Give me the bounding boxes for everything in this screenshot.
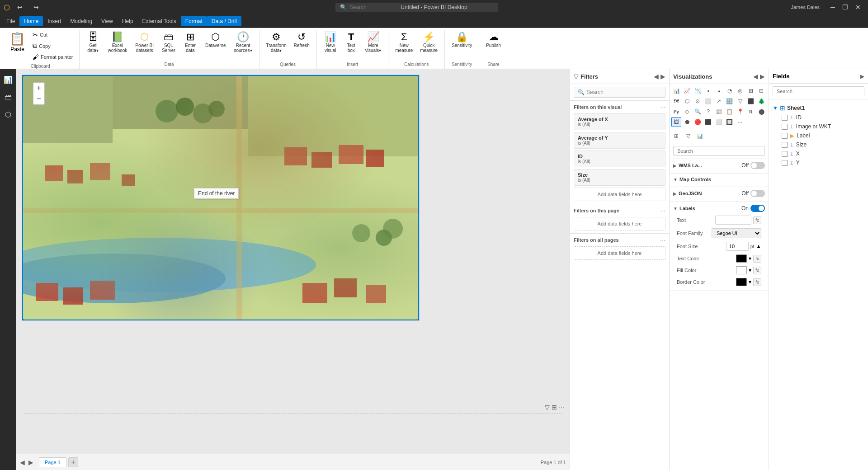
menu-modeling[interactable]: Modeling: [66, 16, 97, 26]
dataverse-button[interactable]: ⬡ Dataverse: [202, 30, 229, 50]
border-color-dropdown[interactable]: ▾: [749, 279, 751, 285]
add-fields-page-button[interactable]: Add data fields here: [574, 217, 665, 230]
fill-color-fx-button[interactable]: fx: [753, 267, 761, 274]
filters-page-more[interactable]: ···: [660, 207, 665, 214]
viz-wms-header[interactable]: ▶ WMS La... Off: [673, 162, 765, 169]
filter-size[interactable]: Size is (All): [574, 169, 665, 186]
powerbi-datasets-button[interactable]: ⬡ Power BIdatasets: [132, 30, 157, 55]
quick-measure-button[interactable]: ⚡ Quickmeasure: [417, 30, 441, 55]
fields-search-input[interactable]: [773, 86, 864, 96]
menu-help[interactable]: Help: [118, 16, 138, 26]
add-fields-all-button[interactable]: Add data fields here: [574, 246, 665, 260]
field-label-checkbox[interactable]: [782, 133, 788, 139]
field-x-item[interactable]: Σ X: [773, 149, 864, 158]
page-prev-button[interactable]: ◀: [20, 459, 25, 466]
page-next-button[interactable]: ▶: [28, 459, 33, 466]
viz-icon-py[interactable]: Py: [671, 107, 681, 117]
menu-external-tools[interactable]: External Tools: [138, 16, 181, 26]
filters-scroll[interactable]: Filters on this visual ··· Average of X …: [570, 101, 669, 470]
viz-icon-narrative[interactable]: 📰: [714, 107, 724, 117]
viz-icon-active[interactable]: 🖼: [671, 117, 681, 127]
viz-icon-slicer[interactable]: 🔡: [725, 96, 735, 106]
sidebar-icon-report[interactable]: 📊: [1, 73, 15, 87]
viz-icon-column[interactable]: ▪: [703, 86, 713, 96]
viz-tab-icon-table[interactable]: ⊞: [671, 131, 681, 141]
viz-icon-hex[interactable]: ⬟: [682, 117, 692, 127]
viz-icon-filled-map[interactable]: ⬡: [682, 96, 692, 106]
resize-handle-br[interactable]: [417, 319, 420, 321]
font-size-input[interactable]: [726, 242, 749, 251]
get-data-button[interactable]: 🗄 Getdata▾: [83, 30, 103, 55]
viz-icon-pie[interactable]: ◔: [725, 86, 735, 96]
labels-toggle-switch[interactable]: [750, 205, 765, 212]
map-visual[interactable]: + − End of the river: [22, 75, 420, 321]
geojson-toggle-switch[interactable]: [750, 190, 765, 197]
viz-icon-square[interactable]: ⬛: [703, 117, 713, 127]
menu-home[interactable]: Home: [19, 16, 43, 26]
add-page-button[interactable]: +: [68, 457, 78, 467]
text-input[interactable]: [715, 216, 751, 225]
enter-data-button[interactable]: ⊞ Enterdata: [180, 30, 200, 55]
filters-expand-icon[interactable]: ▶: [660, 73, 665, 80]
text-fx-button[interactable]: fx: [753, 216, 761, 224]
border-color-fx-button[interactable]: fx: [753, 278, 761, 286]
viz-labels-header[interactable]: ▼ Labels On: [673, 205, 765, 212]
viz-icon-map[interactable]: 🗺: [671, 96, 681, 106]
page-tab-1[interactable]: Page 1: [39, 457, 66, 467]
viz-icon-azure-map[interactable]: 📍: [735, 107, 745, 117]
viz-icon-circle[interactable]: 🔴: [693, 117, 703, 127]
filters-all-more[interactable]: ···: [660, 236, 665, 244]
filters-collapse-icon[interactable]: ◀: [654, 73, 659, 80]
copy-button[interactable]: ⧉ Copy: [30, 41, 75, 51]
text-box-button[interactable]: T Textbox: [341, 30, 361, 55]
field-size-item[interactable]: Σ Size: [773, 140, 864, 149]
border-color-swatch[interactable]: [736, 278, 747, 286]
paste-button[interactable]: 📋 Paste: [5, 30, 29, 54]
viz-icon-custom1[interactable]: ⬤: [756, 107, 766, 117]
fields-expand-icon[interactable]: ▶: [860, 73, 864, 80]
menu-insert[interactable]: Insert: [43, 16, 66, 26]
text-color-dropdown[interactable]: ▾: [749, 255, 751, 262]
viz-icon-smart[interactable]: 🔍: [693, 107, 703, 117]
menu-format[interactable]: Format: [181, 16, 207, 26]
filter-avg-x[interactable]: Average of X is (All): [574, 113, 665, 130]
more-visuals-button[interactable]: 📈 Morevisuals▾: [362, 30, 385, 55]
recent-sources-button[interactable]: 🕐 Recentsources▾: [231, 30, 255, 55]
resize-handle-bl[interactable]: [22, 319, 24, 321]
menu-file[interactable]: File: [2, 16, 19, 26]
zoom-in-button[interactable]: +: [33, 83, 44, 94]
redo-button[interactable]: ↪: [30, 3, 42, 12]
field-label-item[interactable]: ▶ Label: [773, 131, 864, 140]
viz-search-input[interactable]: [673, 146, 765, 156]
viz-icon-waterfall[interactable]: ⬛: [746, 96, 756, 106]
field-y-item[interactable]: Σ Y: [773, 158, 864, 167]
field-id-item[interactable]: Σ ID: [773, 113, 864, 122]
filter-footer-icon[interactable]: ▽: [545, 404, 550, 411]
excel-workbook-button[interactable]: 📗 Excelworkbook: [105, 30, 131, 55]
viz-icon-bar[interactable]: 📊: [671, 86, 681, 96]
wms-toggle-switch[interactable]: [750, 162, 765, 169]
viz-icon-matrix[interactable]: ⊟: [756, 86, 766, 96]
sidebar-icon-model[interactable]: ⬡: [2, 108, 14, 122]
restore-button[interactable]: ❐: [839, 3, 852, 12]
viz-icon-donut[interactable]: ◎: [735, 86, 745, 96]
resize-handle-tr[interactable]: [417, 75, 420, 77]
viz-icon-kpi[interactable]: ↗: [714, 96, 724, 106]
cut-button[interactable]: ✂ Cut: [30, 30, 75, 40]
viz-icon-card[interactable]: ⬜: [703, 96, 713, 106]
field-image-item[interactable]: Σ Image or WKT: [773, 122, 864, 131]
format-painter-button[interactable]: 🖌 Format painter: [30, 52, 75, 62]
viz-icon-custom2[interactable]: ⬜: [714, 117, 724, 127]
filters-visual-more[interactable]: ···: [660, 103, 665, 111]
sql-server-button[interactable]: 🗃 SQLServer: [159, 30, 179, 55]
field-image-checkbox[interactable]: [782, 124, 788, 130]
fill-color-swatch[interactable]: [736, 266, 747, 274]
filter-id[interactable]: ID is (All): [574, 150, 665, 167]
menu-data-drill[interactable]: Data / Drill: [207, 16, 241, 26]
minimize-button[interactable]: ─: [827, 3, 839, 12]
field-size-checkbox[interactable]: [782, 142, 788, 148]
close-button[interactable]: ✕: [852, 3, 864, 12]
filters-search-box[interactable]: 🔍 Search: [574, 87, 665, 98]
refresh-button[interactable]: ↺ Refresh: [291, 30, 313, 50]
sensitivity-button[interactable]: 🔒 Sensitivity: [448, 30, 475, 50]
